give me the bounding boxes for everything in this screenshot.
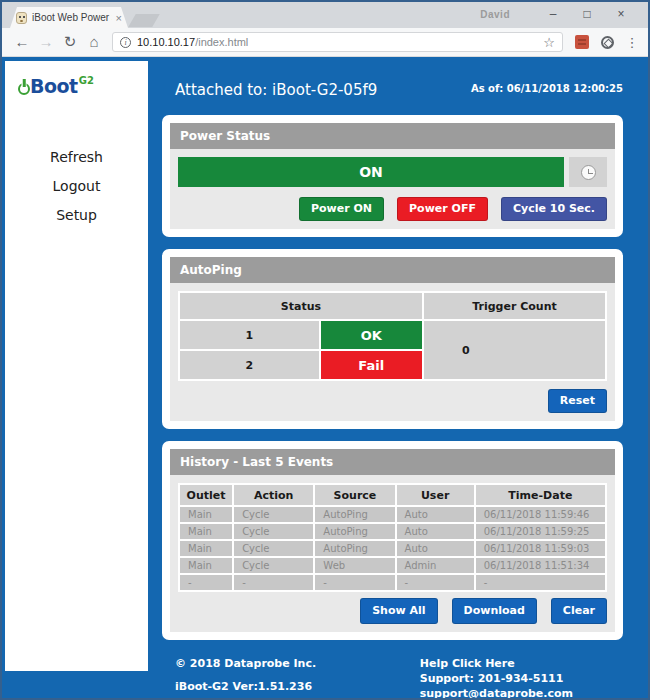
history-col-source: Source	[315, 485, 394, 505]
browser-menu-icon[interactable]: ⋮	[624, 35, 640, 50]
history-col-user: User	[397, 485, 474, 505]
support-phone: Support: 201-934-5111	[420, 671, 573, 686]
cycle-button[interactable]: Cycle 10 Sec.	[501, 197, 607, 221]
history-header-row: Outlet Action Source User Time-Date	[180, 485, 605, 505]
autoping-row-1: 1 OK 0	[180, 321, 605, 349]
sidebar-menu: Refresh Logout Setup	[5, 149, 148, 223]
back-icon[interactable]: ←	[10, 31, 34, 53]
power-on-button[interactable]: Power ON	[299, 197, 384, 221]
autoping-header-row: Status Trigger Count	[180, 293, 605, 319]
history-title: History - Last 5 Events	[170, 449, 615, 475]
tab-title: iBoot Web Power Switch	[32, 12, 112, 23]
autoping-outlet-2: 2	[180, 351, 319, 379]
history-col-outlet: Outlet	[180, 485, 232, 505]
tab-close-icon[interactable]: ×	[116, 12, 122, 24]
browser-window: iBoot Web Power Switch × David – □ × ← →…	[0, 0, 650, 700]
home-icon[interactable]: ⌂	[82, 31, 106, 53]
browser-tab[interactable]: iBoot Web Power Switch ×	[10, 7, 128, 28]
timer-box	[569, 157, 607, 187]
bookmark-star-icon[interactable]: ☆	[543, 35, 555, 50]
autoping-table: Status Trigger Count 1 OK 0 2 Fail	[178, 291, 607, 381]
logo-text: Boot	[30, 75, 78, 97]
page-header: Attached to: iBoot-G2-05f9 As of: 06/11/…	[162, 81, 623, 99]
version-text: iBoot-G2 Ver:1.51.236	[175, 679, 316, 695]
timer-icon	[581, 165, 596, 180]
history-col-action: Action	[234, 485, 313, 505]
download-button[interactable]: Download	[452, 598, 537, 624]
history-col-timedate: Time-Date	[476, 485, 605, 505]
power-state-bar: ON	[178, 157, 564, 187]
show-all-button[interactable]: Show All	[360, 598, 437, 624]
minimize-button[interactable]: –	[536, 6, 570, 22]
copyright-text: © 2018 Dataprobe Inc.	[175, 656, 316, 672]
outlet-favicon-icon	[16, 12, 27, 24]
close-button[interactable]: ×	[604, 6, 638, 22]
power-status-card: Power Status ON Power ON Power OFF Cycle…	[162, 115, 623, 237]
autoping-trigger-count: 0	[424, 321, 605, 379]
page-content: BootG2 Refresh Logout Setup Attached to:…	[2, 57, 648, 698]
extension-red-icon[interactable]	[575, 35, 589, 49]
attached-to-title: Attached to: iBoot-G2-05f9	[175, 81, 377, 99]
url-path: /index.html	[195, 36, 248, 48]
reset-button[interactable]: Reset	[548, 389, 607, 413]
autoping-title: AutoPing	[170, 257, 615, 283]
autoping-col-status: Status	[180, 293, 422, 319]
history-table: Outlet Action Source User Time-Date Main…	[178, 483, 607, 592]
autoping-outlet-1: 1	[180, 321, 319, 349]
page-footer: © 2018 Dataprobe Inc. iBoot-G2 Ver:1.51.…	[175, 656, 573, 700]
sidebar-item-refresh[interactable]: Refresh	[5, 149, 148, 165]
browser-toolbar: ← → ↻ ⌂ i 10.10.10.17 /index.html ☆ ⋮	[2, 28, 648, 57]
url-host: 10.10.10.17	[137, 36, 195, 48]
table-row: Main Cycle AutoPing Auto 06/11/2018 11:5…	[180, 541, 605, 556]
table-row: - - - - -	[180, 575, 605, 590]
profile-name[interactable]: David	[480, 9, 510, 20]
logo-superscript: G2	[79, 75, 94, 86]
autoping-status-1: OK	[321, 321, 422, 349]
autoping-status-2: Fail	[321, 351, 422, 379]
power-symbol-icon	[18, 83, 30, 95]
table-row: Main Cycle Web Admin 06/11/2018 11:51:34	[180, 558, 605, 573]
new-tab-button[interactable]	[128, 14, 160, 27]
power-off-button[interactable]: Power OFF	[397, 197, 488, 221]
page-info-icon[interactable]: i	[120, 37, 131, 48]
help-link[interactable]: Help Click Here	[420, 656, 573, 671]
table-row: Main Cycle AutoPing Auto 06/11/2018 11:5…	[180, 507, 605, 522]
maximize-button[interactable]: □	[570, 6, 604, 22]
refresh-icon[interactable]: ↻	[58, 31, 82, 53]
sidebar-item-logout[interactable]: Logout	[5, 178, 148, 194]
iboot-logo: BootG2	[18, 75, 148, 97]
autoping-col-trigger: Trigger Count	[424, 293, 605, 319]
sidebar-item-setup[interactable]: Setup	[5, 207, 148, 223]
browser-titlebar: iBoot Web Power Switch × David – □ ×	[2, 2, 648, 28]
forward-icon[interactable]: →	[34, 31, 58, 53]
as-of-timestamp: As of: 06/11/2018 12:00:25	[471, 83, 623, 94]
table-row: Main Cycle AutoPing Auto 06/11/2018 11:5…	[180, 524, 605, 539]
sidebar: BootG2 Refresh Logout Setup	[5, 61, 148, 671]
main-area: Attached to: iBoot-G2-05f9 As of: 06/11/…	[148, 57, 648, 700]
url-bar[interactable]: i 10.10.10.17 /index.html ☆	[112, 32, 563, 52]
clear-button[interactable]: Clear	[551, 598, 607, 624]
extension-gray-icon[interactable]	[601, 36, 614, 49]
autoping-card: AutoPing Status Trigger Count 1 OK 0	[162, 249, 623, 429]
power-status-title: Power Status	[170, 123, 615, 149]
history-card: History - Last 5 Events Outlet Action So…	[162, 441, 623, 640]
support-email-link[interactable]: support@dataprobe.com	[420, 686, 573, 700]
